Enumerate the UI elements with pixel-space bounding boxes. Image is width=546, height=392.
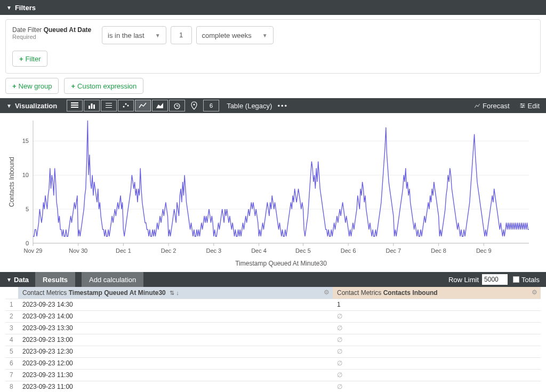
svg-text:0: 0: [26, 240, 29, 246]
list-icon[interactable]: [101, 100, 117, 111]
add-calculation-button[interactable]: Add calculation: [82, 272, 143, 287]
totals-toggle[interactable]: Totals: [513, 276, 540, 284]
filter-unit-select[interactable]: complete weeks ▼: [196, 26, 274, 44]
svg-text:Dec 8: Dec 8: [431, 247, 446, 254]
table-row: 72023-09-23 11:30∅: [5, 369, 541, 381]
svg-point-5: [127, 105, 129, 107]
table-row: 62023-09-23 12:00∅: [5, 357, 541, 369]
plus-icon: +: [19, 55, 23, 63]
bar-chart-icon[interactable]: [84, 100, 100, 111]
caret-down-icon: ▼: [6, 5, 12, 11]
row-index: 3: [5, 322, 18, 334]
timer-icon[interactable]: [169, 100, 185, 111]
svg-point-7: [194, 104, 195, 106]
filter-label: Date Filter Queued At Date Required: [12, 26, 98, 40]
sort-icon[interactable]: ⇅ ↓: [170, 290, 179, 296]
data-title: Data: [14, 276, 29, 284]
row-timestamp: 2023-09-23 14:30: [18, 299, 333, 310]
row-index: 2: [5, 310, 18, 322]
row-value: ∅: [333, 322, 541, 334]
data-table-wrap: Contact Metrics Timestamp Queued At Minu…: [0, 287, 546, 392]
row-index: 7: [5, 369, 18, 381]
row-limit-input[interactable]: [482, 274, 508, 285]
row-value: 1: [333, 299, 541, 310]
row-index: 4: [5, 334, 18, 346]
data-header: ▼ Data Results Add calculation Row Limit…: [0, 272, 546, 287]
custom-expression-button[interactable]: + Custom expression: [64, 78, 143, 94]
results-tab[interactable]: Results: [35, 272, 75, 287]
visualization-header: ▼ Visualization 6 Table (Legacy) ••• For…: [0, 98, 546, 113]
scatter-icon[interactable]: [118, 100, 134, 111]
new-group-button[interactable]: + New group: [5, 78, 59, 94]
chart-area: 051015Nov 29Nov 30Dec 1Dec 2Dec 3Dec 4De…: [0, 113, 546, 272]
row-value: ∅: [333, 346, 541, 357]
row-timestamp: 2023-09-23 11:30: [18, 369, 333, 381]
svg-text:15: 15: [22, 138, 29, 144]
area-chart-icon[interactable]: [152, 100, 168, 111]
svg-text:Dec 9: Dec 9: [476, 247, 492, 254]
svg-rect-2: [93, 105, 95, 109]
data-table: Contact Metrics Timestamp Queued At Minu…: [5, 287, 541, 392]
chevron-down-icon: ▼: [262, 33, 268, 38]
edit-button[interactable]: Edit: [519, 102, 540, 110]
table-row: 82023-09-23 11:00∅: [5, 381, 541, 392]
filter-value-input[interactable]: 1: [171, 26, 192, 44]
chevron-down-icon: ▼: [155, 33, 160, 38]
row-timestamp: 2023-09-23 14:00: [18, 310, 333, 322]
line-chart: 051015Nov 29Nov 30Dec 1Dec 2Dec 3Dec 4De…: [5, 115, 541, 270]
caret-down-icon[interactable]: ▼: [6, 103, 12, 109]
row-value: ∅: [333, 357, 541, 369]
table-icon[interactable]: [67, 100, 83, 111]
row-limit-label: Row Limit: [448, 276, 479, 284]
filters-body: Date Filter Queued At Date Required is i…: [5, 19, 541, 74]
line-chart-icon[interactable]: [135, 100, 151, 111]
row-index: 5: [5, 346, 18, 357]
map-pin-icon[interactable]: [186, 100, 202, 111]
table-row: 22023-09-23 14:00∅: [5, 310, 541, 322]
more-icon[interactable]: •••: [277, 102, 288, 110]
row-timestamp: 2023-09-23 11:00: [18, 381, 333, 392]
svg-text:Nov 30: Nov 30: [69, 247, 87, 254]
visualization-title: Visualization: [15, 102, 57, 110]
svg-text:Dec 2: Dec 2: [161, 247, 176, 254]
filters-header[interactable]: ▼ Filters: [0, 0, 546, 15]
caret-down-icon[interactable]: ▼: [6, 277, 12, 283]
table-row: 52023-09-23 12:30∅: [5, 346, 541, 357]
gear-icon[interactable]: ⚙: [532, 289, 537, 296]
svg-point-3: [123, 106, 125, 108]
svg-text:Dec 4: Dec 4: [251, 247, 267, 254]
row-value: ∅: [333, 381, 541, 392]
svg-text:Dec 7: Dec 7: [386, 247, 402, 254]
svg-point-4: [125, 103, 127, 105]
svg-text:5: 5: [26, 206, 29, 212]
row-index: 1: [5, 299, 18, 310]
table-row: 42023-09-23 13:00∅: [5, 334, 541, 346]
filter-condition-select[interactable]: is in the last ▼: [102, 26, 166, 44]
row-timestamp: 2023-09-23 12:00: [18, 357, 333, 369]
svg-text:Contacts Inbound: Contacts Inbound: [8, 157, 15, 207]
row-timestamp: 2023-09-23 13:00: [18, 334, 333, 346]
svg-text:10: 10: [22, 172, 29, 178]
number-icon[interactable]: 6: [203, 100, 219, 111]
svg-point-8: [520, 103, 521, 105]
col-value-header[interactable]: Contact Metrics Contacts Inbound ⚙: [333, 287, 541, 299]
checkbox-icon: [513, 276, 519, 283]
group-buttons-row: + New group + Custom expression: [0, 78, 546, 98]
add-filter-button[interactable]: + Filter: [12, 51, 47, 67]
plus-icon: +: [12, 82, 17, 90]
svg-point-9: [523, 105, 524, 106]
svg-text:Nov 29: Nov 29: [24, 247, 43, 254]
col-timestamp-header[interactable]: Contact Metrics Timestamp Queued At Minu…: [18, 287, 333, 299]
svg-rect-0: [89, 106, 90, 109]
svg-text:Dec 6: Dec 6: [341, 247, 356, 254]
plus-icon: +: [71, 82, 75, 90]
svg-text:Dec 5: Dec 5: [295, 247, 311, 254]
gear-icon[interactable]: ⚙: [324, 289, 330, 296]
required-label: Required: [12, 34, 98, 40]
svg-rect-1: [91, 103, 93, 109]
filters-title: Filters: [15, 4, 36, 12]
forecast-button[interactable]: Forecast: [474, 102, 510, 110]
table-legacy-label[interactable]: Table (Legacy): [227, 102, 272, 110]
table-row: 12023-09-23 14:301: [5, 299, 541, 310]
row-timestamp: 2023-09-23 12:30: [18, 346, 333, 357]
